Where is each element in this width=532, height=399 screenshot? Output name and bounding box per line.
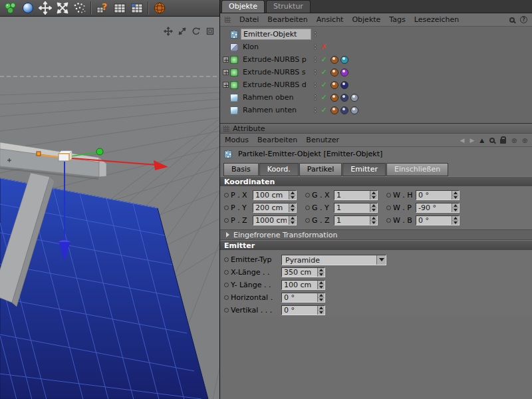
axis-y-handle[interactable] bbox=[96, 148, 103, 155]
section-header-koordinaten[interactable]: Koordinaten bbox=[220, 176, 532, 186]
object-row-extrude-d[interactable]: + Extrude-NURBS d ✓ bbox=[220, 78, 532, 91]
enabled-check-icon[interactable]: ✓ bbox=[321, 55, 327, 64]
rotation-h-field[interactable] bbox=[416, 190, 460, 200]
visibility-dots[interactable] bbox=[311, 56, 319, 63]
enabled-check-icon[interactable]: ✓ bbox=[321, 106, 327, 114]
keyframe-dot[interactable] bbox=[224, 257, 229, 262]
tab-koord[interactable]: Koord. bbox=[259, 163, 299, 176]
visibility-dots[interactable] bbox=[311, 31, 319, 38]
viewport-3d[interactable] bbox=[0, 17, 219, 399]
material-thumb[interactable] bbox=[331, 106, 338, 114]
scale-y-input[interactable] bbox=[334, 203, 370, 212]
axis-handle-square[interactable] bbox=[37, 152, 41, 156]
vertikal-input[interactable] bbox=[282, 306, 317, 315]
search-icon[interactable] bbox=[509, 17, 515, 23]
stepper[interactable] bbox=[317, 306, 325, 315]
origin-cube[interactable] bbox=[59, 154, 69, 161]
y-laenge-field[interactable] bbox=[281, 280, 325, 290]
visibility-dots[interactable] bbox=[311, 81, 319, 88]
stepper-down-icon[interactable] bbox=[452, 207, 459, 212]
object-name[interactable]: Extrude-NURBS d bbox=[241, 80, 311, 90]
vertikal-field[interactable] bbox=[281, 305, 325, 315]
rotation-p-field[interactable] bbox=[416, 203, 460, 213]
chevron-down-icon[interactable] bbox=[376, 255, 386, 265]
visibility-dots[interactable] bbox=[311, 68, 319, 76]
object-row-extrude-s[interactable]: + Extrude-NURBS s ✓ bbox=[220, 66, 532, 78]
enabled-check-icon[interactable]: ✓ bbox=[321, 80, 327, 89]
panel-grip-icon[interactable] bbox=[225, 17, 231, 23]
menu-lesezeichen[interactable]: Lesezeichen bbox=[414, 15, 460, 24]
material-thumb[interactable] bbox=[340, 68, 348, 76]
stepper[interactable] bbox=[317, 293, 325, 302]
tab-objekte[interactable]: Objekte bbox=[221, 0, 265, 13]
stepper-down-icon[interactable] bbox=[370, 207, 377, 212]
parent-up-icon[interactable]: ▲ bbox=[479, 137, 484, 144]
expand-toggle[interactable]: + bbox=[223, 69, 229, 75]
material-thumb[interactable] bbox=[350, 106, 358, 114]
keyframe-dot[interactable] bbox=[224, 283, 229, 287]
stepper[interactable] bbox=[370, 216, 377, 225]
position-x-input[interactable] bbox=[253, 191, 289, 200]
position-y-input[interactable] bbox=[253, 203, 289, 212]
menu-bearbeiten-attr[interactable]: Bearbeiten bbox=[257, 136, 297, 144]
stepper[interactable] bbox=[452, 191, 459, 200]
material-thumb[interactable] bbox=[331, 68, 338, 76]
rotation-h-input[interactable] bbox=[416, 191, 452, 200]
tab-basis[interactable]: Basis bbox=[223, 163, 259, 176]
stepper[interactable] bbox=[370, 203, 377, 212]
history-forward-icon[interactable]: ▶ bbox=[469, 137, 474, 144]
object-name[interactable]: Emitter-Objekt bbox=[241, 29, 311, 40]
position-x-field[interactable] bbox=[253, 190, 297, 200]
object-name[interactable]: Rahmen oben bbox=[241, 92, 311, 102]
position-z-input[interactable] bbox=[253, 216, 289, 225]
material-thumb[interactable] bbox=[340, 56, 348, 64]
object-row-emitter[interactable]: Emitter-Objekt bbox=[220, 28, 532, 41]
keyframe-dot[interactable] bbox=[224, 218, 229, 223]
visibility-dots[interactable] bbox=[311, 106, 319, 114]
stepper-down-icon[interactable] bbox=[289, 207, 296, 212]
keyframe-dot[interactable] bbox=[224, 205, 229, 210]
material-thumb[interactable] bbox=[331, 94, 338, 102]
scene-canvas[interactable] bbox=[0, 17, 219, 399]
keyframe-dot[interactable] bbox=[224, 270, 229, 275]
maximize-view-icon[interactable] bbox=[205, 26, 215, 36]
tab-struktur[interactable]: Struktur bbox=[266, 0, 311, 13]
keyframe-dot[interactable] bbox=[224, 308, 229, 313]
material-thumb[interactable] bbox=[340, 94, 348, 102]
keyframe-dot[interactable] bbox=[305, 205, 310, 210]
section-header-emitter[interactable]: Emitter bbox=[220, 240, 532, 250]
browser-globe-icon[interactable] bbox=[151, 1, 168, 16]
material-thumb[interactable] bbox=[340, 81, 348, 89]
stepper-down-icon[interactable] bbox=[452, 195, 459, 200]
keyframe-dot[interactable] bbox=[305, 218, 310, 223]
tab-partikel[interactable]: Partikel bbox=[299, 163, 342, 176]
coordinates-grid-icon[interactable] bbox=[128, 1, 146, 16]
stepper[interactable] bbox=[452, 203, 459, 212]
expand-toggle[interactable]: + bbox=[223, 82, 229, 88]
toggle-icon-2[interactable]: ◎ bbox=[522, 137, 527, 144]
zoom-view-icon[interactable] bbox=[177, 26, 187, 36]
scale-x-input[interactable] bbox=[334, 191, 370, 200]
shading-sphere-icon[interactable] bbox=[19, 1, 37, 16]
stepper-down-icon[interactable] bbox=[318, 297, 325, 302]
frozen-transformation-toggle[interactable]: Eingefrorene Transformation bbox=[220, 229, 532, 240]
scale-y-field[interactable] bbox=[334, 203, 378, 213]
visibility-dots[interactable] bbox=[311, 43, 319, 51]
object-row-rahmen-unten[interactable]: Rahmen unten ✓ bbox=[220, 104, 532, 116]
object-name[interactable]: Klon bbox=[241, 42, 311, 52]
tab-emitter[interactable]: Emitter bbox=[342, 163, 386, 176]
menu-bearbeiten[interactable]: Bearbeiten bbox=[267, 15, 307, 24]
y-laenge-input[interactable] bbox=[282, 281, 317, 289]
stepper-down-icon[interactable] bbox=[318, 310, 325, 315]
x-laenge-field[interactable] bbox=[281, 267, 325, 277]
move-tool-icon[interactable] bbox=[37, 1, 54, 16]
stepper-down-icon[interactable] bbox=[318, 272, 325, 277]
position-z-field[interactable] bbox=[253, 215, 297, 225]
menu-tags[interactable]: Tags bbox=[389, 15, 405, 24]
toggle-icon-1[interactable]: ◎ bbox=[511, 137, 517, 144]
stepper-down-icon[interactable] bbox=[289, 195, 296, 200]
pan-view-icon[interactable] bbox=[163, 26, 173, 36]
menu-objekte[interactable]: Objekte bbox=[352, 15, 380, 24]
enabled-check-icon[interactable]: ✓ bbox=[321, 68, 327, 76]
stepper[interactable] bbox=[370, 191, 377, 200]
